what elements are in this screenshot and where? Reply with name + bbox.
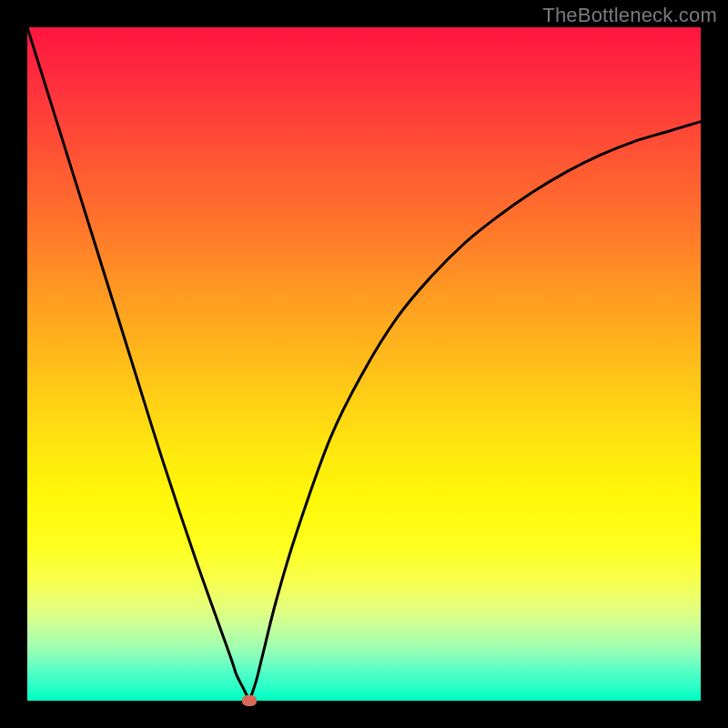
minimum-marker (242, 695, 257, 706)
curve-right-branch (249, 122, 701, 701)
plot-area (27, 27, 701, 701)
curve-left-branch (27, 27, 249, 701)
chart-frame: TheBottleneck.com (0, 0, 728, 728)
bottleneck-curve (27, 27, 701, 701)
watermark-text: TheBottleneck.com (542, 4, 717, 27)
